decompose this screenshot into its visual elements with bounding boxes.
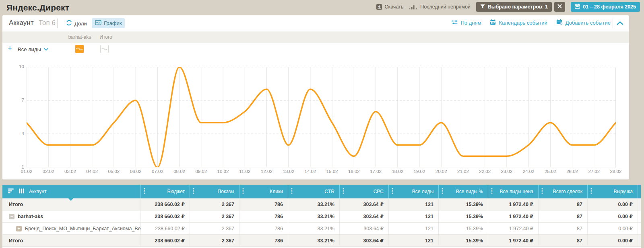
- column-menu-icon[interactable]: [491, 188, 493, 195]
- column-menu-icon[interactable]: [242, 188, 244, 195]
- column-label: CTR: [324, 189, 334, 194]
- add-event-label: Добавить событие: [566, 20, 611, 26]
- column-header-3[interactable]: Показы: [190, 185, 239, 198]
- column-menu-icon[interactable]: [193, 188, 194, 195]
- header-spacer: [638, 185, 644, 198]
- cell-value: 33.21%: [288, 235, 339, 246]
- graph-toggle[interactable]: График: [92, 18, 125, 28]
- cell-value: 33.21%: [288, 198, 339, 210]
- x-tick-label: 14.02: [299, 169, 322, 174]
- metric-dropdown[interactable]: Все лиды: [18, 46, 48, 52]
- x-tick-label: 20.02: [430, 169, 452, 174]
- cell-value: 121: [388, 235, 438, 246]
- column-label: CPC: [374, 189, 384, 194]
- y-tick-label: 4: [9, 131, 24, 136]
- row-name: Итого: [9, 238, 23, 244]
- row-name: Итого: [9, 202, 23, 207]
- cell-value: 786: [239, 210, 288, 222]
- calendar-icon: [575, 4, 580, 10]
- cell-value: 1 972.40 ₽: [488, 223, 538, 234]
- x-tick-label: 26.02: [561, 169, 584, 174]
- legend-swatch-barhat-aks[interactable]: [75, 45, 84, 53]
- row-spacer: [638, 210, 644, 222]
- column-header-2[interactable]: Бюджет: [140, 185, 190, 198]
- columns-icon[interactable]: [19, 188, 24, 195]
- cell-value: 0.00 ₽: [587, 198, 638, 210]
- column-header-7[interactable]: Все лиды: [388, 185, 438, 198]
- collapse-panel-button[interactable]: [617, 20, 623, 27]
- column-menu-icon[interactable]: [541, 188, 543, 195]
- column-label: Бюджет: [167, 189, 185, 194]
- date-range-button[interactable]: 01 – 28 февраля 2025: [571, 2, 640, 12]
- cell-value: 2 367: [190, 210, 239, 222]
- column-header-4[interactable]: Клики: [239, 185, 288, 198]
- column-menu-icon[interactable]: [144, 188, 145, 195]
- table-body: Итого238 660.02 ₽2 36778633.21%303.64 ₽1…: [2, 198, 641, 247]
- table-row[interactable]: Итого238 660.02 ₽2 36778633.21%303.64 ₽1…: [2, 235, 641, 247]
- column-menu-icon[interactable]: [442, 188, 443, 195]
- cell-value: 238 660.02 ₽: [140, 198, 190, 210]
- cell-value: 238 660.02 ₽: [140, 210, 190, 222]
- column-menu-icon[interactable]: [392, 188, 393, 195]
- shares-label: Доли: [74, 21, 87, 27]
- series-line-barhat-aks: [27, 67, 616, 167]
- page-title: Яндекс.Директ: [6, 3, 69, 13]
- funnel-icon: [480, 4, 485, 10]
- collapse-icon[interactable]: −: [9, 214, 14, 219]
- column-header-11[interactable]: Выручка: [587, 185, 638, 198]
- table-row[interactable]: +Бренд_Поиск_МО_Мытищи_Бархат_Аксиома_Ве…: [2, 223, 641, 235]
- graph-label: График: [104, 20, 122, 26]
- legend-swatch-itogo[interactable]: [100, 45, 109, 53]
- x-tick-label: 10.02: [212, 169, 234, 174]
- events-calendar-label: Календарь событий: [499, 20, 547, 26]
- x-tick-label: 07.02: [146, 169, 169, 174]
- shares-toggle[interactable]: Доли: [63, 18, 90, 29]
- add-event-button[interactable]: Добавить событие: [556, 19, 611, 26]
- column-header-5[interactable]: CTR: [288, 185, 339, 198]
- cell-value: 0.00 ₽: [587, 223, 638, 234]
- x-tick-label: 12.02: [255, 169, 278, 174]
- panel-top-label: Топ 6: [39, 19, 56, 27]
- cell-value: 2 367: [190, 235, 239, 246]
- selected-params-button[interactable]: Выбрано параметров: 1: [476, 2, 552, 12]
- cell-value: 87: [538, 198, 587, 210]
- table-row[interactable]: −barhat-aks238 660.02 ₽2 36778633.21%303…: [2, 210, 641, 223]
- cell-value: 87: [538, 210, 587, 222]
- cell-value: 87: [538, 235, 587, 246]
- cell-value: 0.00 ₽: [587, 210, 638, 222]
- x-tick-label: 01.02: [15, 169, 38, 174]
- topbar-actions: Скачать Последний непрямой Выбрано парам…: [376, 2, 640, 12]
- filter-rows-icon[interactable]: [8, 188, 14, 195]
- column-header-6[interactable]: CPC: [339, 185, 388, 198]
- by-days-button[interactable]: По дням: [452, 19, 481, 26]
- column-label: Выручка: [613, 189, 633, 194]
- add-metric-button[interactable]: +: [8, 44, 12, 53]
- column-menu-icon[interactable]: [590, 188, 592, 195]
- events-calendar-button[interactable]: Календарь событий: [490, 19, 547, 26]
- column-menu-icon[interactable]: [343, 188, 344, 195]
- expand-icon[interactable]: +: [16, 226, 22, 231]
- column-header-9[interactable]: Все лиды цена: [488, 185, 538, 198]
- attribution-button[interactable]: Последний непрямой: [409, 4, 471, 10]
- x-tick-label: 22.02: [474, 169, 496, 174]
- column-header-10[interactable]: Всего сделок: [538, 185, 587, 198]
- download-button[interactable]: Скачать: [376, 4, 403, 10]
- cell-value: 121: [388, 210, 438, 222]
- shares-icon: [66, 20, 72, 27]
- x-axis-labels: 01.0202.0203.0204.0205.0206.0207.0208.02…: [27, 169, 616, 175]
- column-label: Все лиды %: [456, 189, 483, 194]
- table-row[interactable]: Итого238 660.02 ₽2 36778633.21%303.64 ₽1…: [2, 198, 641, 210]
- x-tick-label: 28.02: [605, 169, 627, 174]
- column-header-8[interactable]: Все лиды %: [438, 185, 488, 198]
- column-label: Все лиды цена: [500, 189, 533, 194]
- row-spacer: [638, 198, 644, 210]
- column-menu-icon[interactable]: [291, 188, 293, 195]
- cell-value: 1 972.40 ₽: [488, 210, 538, 222]
- events-calendar-icon: [490, 19, 496, 26]
- column-header-1[interactable]: Аккаунт: [2, 185, 140, 198]
- x-tick-label: 18.02: [386, 169, 409, 174]
- x-tick-label: 17.02: [365, 169, 387, 174]
- sort-indicator-icon: [68, 198, 74, 201]
- x-tick-label: 21.02: [452, 169, 474, 174]
- clear-params-button[interactable]: [554, 2, 565, 12]
